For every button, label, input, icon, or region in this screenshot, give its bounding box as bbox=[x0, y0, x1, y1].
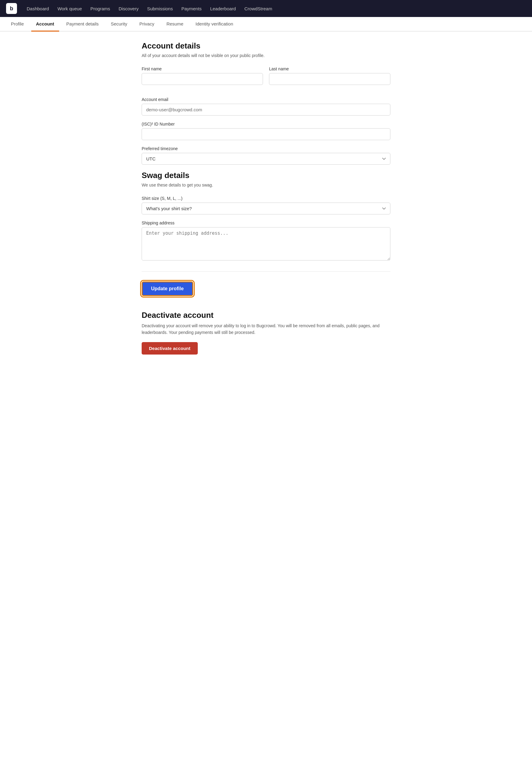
deactivate-account-button[interactable]: Deactivate account bbox=[142, 342, 198, 354]
nav-link-dashboard[interactable]: Dashboard bbox=[23, 4, 52, 14]
shirt-size-label: Shirt size (S, M, L, ...) bbox=[142, 196, 390, 201]
swag-details-section: Swag details We use these details to get… bbox=[142, 171, 390, 260]
nav-link-payments[interactable]: Payments bbox=[178, 4, 205, 14]
isc-input[interactable] bbox=[142, 128, 390, 140]
isc-label: (ISC)² ID Number bbox=[142, 122, 390, 126]
shipping-address-input[interactable] bbox=[142, 227, 390, 260]
nav-link-discovery[interactable]: Discovery bbox=[115, 4, 142, 14]
name-row: First name Last name bbox=[142, 67, 390, 91]
tab-identity-verification[interactable]: Identity verification bbox=[191, 17, 238, 31]
tab-security[interactable]: Security bbox=[106, 17, 132, 31]
deactivate-description: Deactivating your account will remove yo… bbox=[142, 322, 390, 336]
nav-link-leaderboard[interactable]: Leaderboard bbox=[207, 4, 240, 14]
section-divider-line bbox=[142, 271, 390, 272]
timezone-group: Preferred timezone UTC US/Eastern US/Pac… bbox=[142, 146, 390, 165]
tab-account[interactable]: Account bbox=[31, 17, 59, 31]
shipping-address-label: Shipping address bbox=[142, 220, 390, 225]
shirt-size-select[interactable]: What's your shirt size? S M L XL XXL bbox=[142, 203, 390, 214]
tab-privacy[interactable]: Privacy bbox=[134, 17, 159, 31]
deactivate-title: Deactivate account bbox=[142, 311, 390, 320]
email-input[interactable] bbox=[142, 104, 390, 116]
update-profile-button[interactable]: Update profile bbox=[142, 282, 193, 296]
tab-resume[interactable]: Resume bbox=[162, 17, 188, 31]
account-details-section: Account details All of your account deta… bbox=[142, 41, 390, 165]
top-navigation: b Dashboard Work queue Programs Discover… bbox=[0, 0, 532, 17]
shirt-size-group: Shirt size (S, M, L, ...) What's your sh… bbox=[142, 196, 390, 214]
logo[interactable]: b bbox=[6, 3, 17, 14]
last-name-group: Last name bbox=[269, 67, 390, 85]
swag-details-title: Swag details bbox=[142, 171, 390, 180]
first-name-group: First name bbox=[142, 67, 263, 85]
isc-group: (ISC)² ID Number bbox=[142, 122, 390, 140]
last-name-input[interactable] bbox=[269, 73, 390, 85]
deactivate-section: Deactivate account Deactivating your acc… bbox=[142, 311, 390, 354]
account-details-title: Account details bbox=[142, 41, 390, 50]
tab-profile[interactable]: Profile bbox=[6, 17, 29, 31]
timezone-select[interactable]: UTC US/Eastern US/Pacific US/Central Eur… bbox=[142, 153, 390, 165]
account-details-description: All of your account details will not be … bbox=[142, 53, 390, 58]
first-name-input[interactable] bbox=[142, 73, 263, 85]
nav-link-workqueue[interactable]: Work queue bbox=[54, 4, 86, 14]
email-label: Account email bbox=[142, 97, 390, 102]
email-group: Account email bbox=[142, 97, 390, 116]
shipping-address-group: Shipping address bbox=[142, 220, 390, 260]
timezone-label: Preferred timezone bbox=[142, 146, 390, 151]
last-name-label: Last name bbox=[269, 67, 390, 71]
tab-payment-details[interactable]: Payment details bbox=[62, 17, 104, 31]
nav-link-submissions[interactable]: Submissions bbox=[143, 4, 177, 14]
swag-details-description: We use these details to get you swag. bbox=[142, 183, 390, 188]
tab-navigation: Profile Account Payment details Security… bbox=[0, 17, 532, 31]
nav-link-crowdstream[interactable]: CrowdStream bbox=[241, 4, 276, 14]
nav-link-programs[interactable]: Programs bbox=[87, 4, 114, 14]
first-name-label: First name bbox=[142, 67, 263, 71]
main-content: Account details All of your account deta… bbox=[135, 31, 397, 364]
